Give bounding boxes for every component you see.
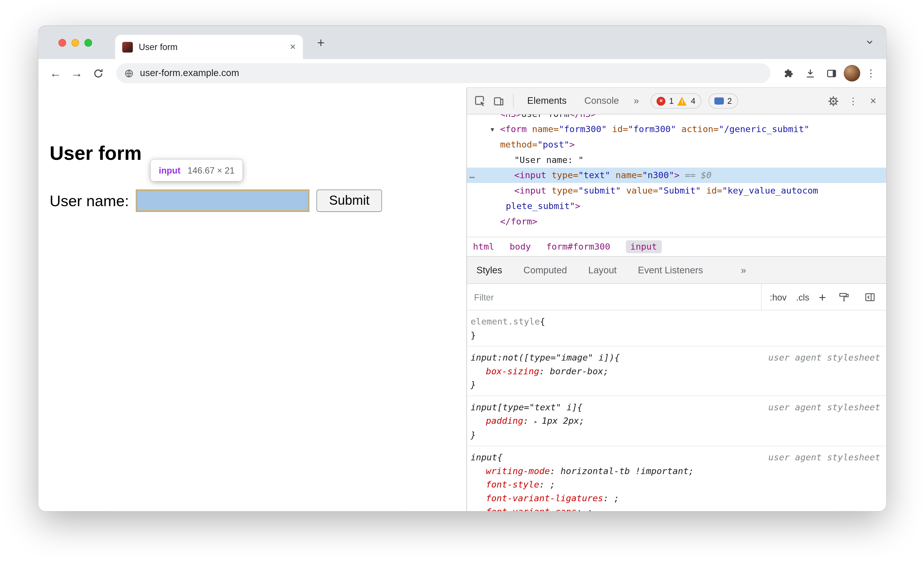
dom-tree-row[interactable]: </form>	[467, 214, 886, 229]
tab-search-chevron-icon[interactable]	[865, 37, 874, 46]
issues-bubble-icon	[714, 97, 724, 105]
dom-tree-row[interactable]: <input type="submit" value="Submit" id="…	[467, 183, 886, 198]
window-controls	[58, 39, 92, 46]
device-toolbar-icon[interactable]	[491, 93, 507, 109]
styles-tab-bar: StylesComputedLayoutEvent Listeners»	[467, 256, 886, 284]
tab-title: User form	[139, 42, 284, 52]
stylesheet-origin: user agent stylesheet	[768, 401, 883, 414]
expand-shorthand-icon[interactable]: ▸	[534, 418, 542, 426]
css-property[interactable]: font-variant-ligatures: ;	[470, 492, 882, 505]
username-input[interactable]	[137, 190, 309, 211]
reload-icon[interactable]	[89, 64, 107, 82]
css-property[interactable]: font-variant-caps: ;	[470, 505, 882, 511]
tab-layout[interactable]: Layout	[588, 265, 616, 275]
dom-tree-row[interactable]: <h3>User form</h3>	[467, 115, 886, 122]
minimize-window-button[interactable]	[72, 39, 79, 46]
tab-elements[interactable]: Elements	[520, 96, 574, 106]
extensions-puzzle-icon[interactable]	[780, 64, 798, 82]
side-panel-icon[interactable]	[822, 64, 840, 82]
inspect-tooltip-tag: input	[159, 165, 180, 175]
css-property[interactable]: writing-mode: horizontal-tb !important;	[470, 465, 882, 478]
styles-pane: element.style {}input:not([type="image" …	[467, 310, 886, 511]
inspect-element-icon[interactable]	[472, 93, 489, 109]
url-text: user-form.example.com	[140, 68, 239, 78]
breadcrumb-item[interactable]: html	[473, 241, 495, 252]
pseudo-state-toggle[interactable]: :hov	[770, 292, 787, 302]
tab-close-icon[interactable]: ×	[290, 42, 296, 52]
browser-toolbar: ← → user-form.example.com ⋮	[38, 59, 886, 87]
styles-filter-input[interactable]	[467, 292, 761, 302]
devtools-toolbar-right: ⋮ ×	[825, 93, 881, 109]
devtools-toolbar: Elements Console » × 1 4 2	[467, 88, 886, 115]
css-rule[interactable]: input[type="text" i] {user agent stylesh…	[467, 396, 886, 446]
issue-count: 2	[727, 96, 732, 106]
tab-favicon	[122, 42, 133, 52]
css-rule[interactable]: input {user agent stylesheetwriting-mode…	[467, 446, 886, 511]
css-rule[interactable]: input:not([type="image" i]) {user agent …	[467, 346, 886, 396]
css-rule-selector: input {user agent stylesheet	[470, 451, 882, 465]
screen: User form × + ← → user-form.example.com	[0, 0, 924, 565]
new-tab-button[interactable]: +	[317, 36, 325, 51]
css-property[interactable]: font-style: ;	[470, 478, 882, 492]
css-rule-selector: input[type="text" i] {user agent stylesh…	[470, 401, 882, 414]
username-label: User name:	[50, 192, 129, 210]
console-status-badge[interactable]: × 1 4	[651, 93, 702, 109]
tab-event-listeners[interactable]: Event Listeners	[638, 265, 703, 275]
sidebar-more-chevron[interactable]: »	[741, 265, 746, 275]
warning-count: 4	[691, 96, 696, 106]
class-toggle[interactable]: .cls	[796, 292, 809, 302]
warning-icon	[677, 97, 687, 105]
styles-filter-row: :hov .cls +	[467, 284, 886, 310]
css-rule-selector: input:not([type="image" i]) {user agent …	[470, 351, 882, 364]
tab-computed[interactable]: Computed	[524, 265, 567, 275]
devtools-close-icon[interactable]: ×	[865, 94, 881, 107]
breadcrumb-item[interactable]: body	[510, 241, 531, 252]
inspect-tooltip: input 146.67 × 21	[150, 159, 243, 181]
back-icon[interactable]: ←	[46, 66, 64, 80]
submit-button[interactable]: Submit	[316, 190, 382, 212]
devtools-panel: Elements Console » × 1 4 2	[466, 87, 886, 511]
close-window-button[interactable]	[58, 39, 66, 46]
more-tabs-chevron[interactable]: »	[629, 96, 644, 106]
browser-tab[interactable]: User form ×	[115, 35, 303, 59]
content-area: User form input 146.67 × 21 User name: S…	[38, 87, 886, 511]
toolbar-divider	[513, 94, 514, 108]
dom-tree-row[interactable]: plete_submit">	[467, 198, 886, 214]
stylesheet-origin: user agent stylesheet	[768, 451, 883, 465]
breadcrumb-item[interactable]: input	[626, 240, 662, 253]
settings-gear-icon[interactable]	[825, 93, 842, 109]
error-icon: ×	[657, 97, 666, 105]
css-property[interactable]: box-sizing: border-box;	[470, 365, 882, 378]
browser-menu-kebab-icon[interactable]: ⋮	[864, 67, 878, 79]
devtools-menu-kebab-icon[interactable]: ⋮	[845, 93, 861, 109]
tab-strip: User form × +	[38, 26, 886, 59]
dom-tree-row[interactable]: method="post">	[467, 137, 886, 152]
tab-console[interactable]: Console	[576, 96, 627, 106]
css-rule[interactable]: element.style {}	[467, 310, 886, 346]
row-hover-dots-icon[interactable]: …	[469, 168, 474, 183]
computed-sidebar-toggle-icon[interactable]	[861, 289, 878, 306]
new-style-rule-button[interactable]: +	[819, 291, 826, 303]
user-form-row: User name: Submit	[50, 190, 382, 212]
site-info-globe-icon[interactable]	[124, 68, 134, 78]
breadcrumb-item[interactable]: form#form300	[546, 241, 610, 252]
zoom-window-button[interactable]	[84, 39, 92, 46]
forward-icon[interactable]: →	[68, 66, 86, 80]
css-property[interactable]: padding: ▸ 1px 2px;	[470, 414, 882, 429]
dom-tree-row[interactable]: "User name: "	[467, 152, 886, 168]
dom-tree-row[interactable]: …<input type="text" name="n300"> == $0	[467, 168, 886, 183]
profile-avatar[interactable]	[844, 65, 860, 81]
address-bar[interactable]: user-form.example.com	[116, 63, 770, 83]
style-editor-icon[interactable]	[836, 289, 852, 306]
dom-tree-row[interactable]: ▼<form name="form300" id="form300" actio…	[467, 121, 886, 137]
inspect-tooltip-size: 146.67 × 21	[188, 165, 234, 175]
expand-arrow-icon[interactable]: ▼	[491, 122, 494, 138]
dom-tree: <h3>User form</h3>▼<form name="form300" …	[467, 115, 886, 237]
error-count: 1	[669, 96, 674, 106]
web-page: User form input 146.67 × 21 User name: S…	[38, 87, 466, 511]
downloads-icon[interactable]	[801, 64, 819, 82]
browser-window: User form × + ← → user-form.example.com	[38, 26, 886, 511]
stylesheet-origin: user agent stylesheet	[768, 351, 883, 364]
tab-styles[interactable]: Styles	[477, 265, 502, 275]
issues-badge[interactable]: 2	[708, 93, 738, 109]
